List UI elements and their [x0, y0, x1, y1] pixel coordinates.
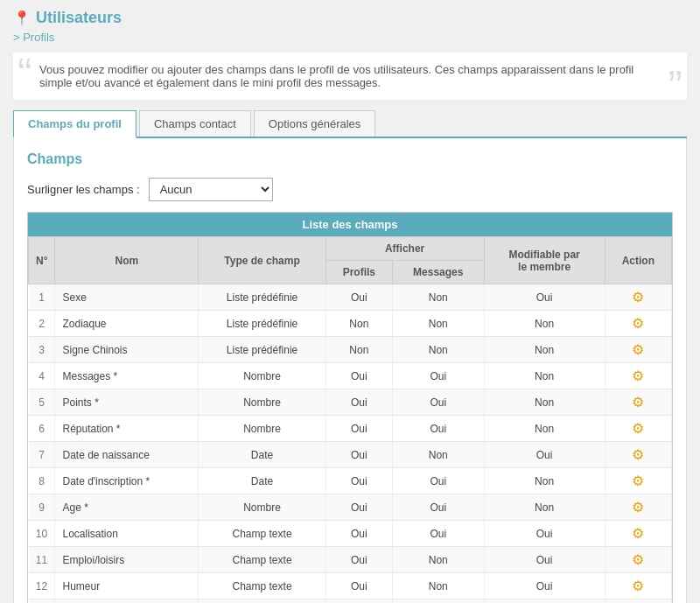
cell-action[interactable]: ⚙: [605, 311, 671, 337]
cell-action[interactable]: ⚙: [605, 284, 671, 311]
table-row: 10 Localisation Champ texte Oui Oui Oui …: [29, 521, 672, 547]
page-title: Utilisateurs: [36, 9, 122, 27]
table-row: 7 Date de naissance Date Oui Non Oui ⚙: [29, 442, 672, 468]
table-header-bar: Liste des champs: [28, 213, 672, 236]
cell-profils: Oui: [326, 284, 392, 311]
gear-icon[interactable]: ⚙: [632, 395, 644, 410]
cell-modifiable: Oui: [484, 521, 605, 547]
cell-nom: Emploi/loisirs: [55, 547, 199, 573]
col-nom: Nom: [55, 237, 199, 284]
highlight-select[interactable]: Aucun Champs spéciaux Tous: [149, 178, 273, 201]
cell-nom: Signe Chinois: [55, 337, 199, 363]
cell-action[interactable]: ⚙: [605, 416, 671, 442]
table-row: 1 Sexe Liste prédéfinie Oui Non Oui ⚙: [29, 284, 672, 311]
gear-icon[interactable]: ⚙: [632, 316, 644, 331]
cell-num: 6: [29, 416, 55, 442]
cell-profils: Oui: [326, 389, 392, 416]
gear-icon[interactable]: ⚙: [632, 421, 644, 436]
cell-num: 4: [29, 363, 55, 389]
cell-type: Nombre: [199, 494, 326, 521]
cell-messages: Non: [393, 599, 484, 604]
info-box: Vous pouvez modifier ou ajouter des cham…: [13, 53, 687, 100]
highlight-row: Surligner les champs : Aucun Champs spéc…: [27, 178, 673, 201]
cell-messages: Non: [393, 442, 484, 468]
cell-messages: Non: [393, 337, 484, 363]
col-num: N°: [29, 237, 55, 284]
cell-action[interactable]: ⚙: [605, 468, 671, 494]
tab-champs-contact[interactable]: Champs contact: [139, 110, 251, 137]
gear-icon[interactable]: ⚙: [632, 578, 644, 593]
cell-modifiable: Non: [484, 468, 605, 494]
tab-options-generales[interactable]: Options générales: [254, 110, 376, 137]
table-row: 13 Commentaires Zone de texte Oui Non No…: [29, 599, 672, 604]
info-text: Vous pouvez modifier ou ajouter des cham…: [39, 63, 634, 89]
cell-num: 10: [29, 521, 55, 547]
cell-num: 7: [29, 442, 55, 468]
gear-icon[interactable]: ⚙: [632, 290, 644, 305]
gear-icon[interactable]: ⚙: [632, 447, 644, 462]
cell-profils: Oui: [326, 573, 392, 599]
breadcrumb-profils[interactable]: > Profils: [13, 31, 54, 44]
table-row: 2 Zodiaque Liste prédéfinie Non Non Non …: [29, 311, 672, 337]
cell-action[interactable]: ⚙: [605, 599, 671, 604]
cell-action[interactable]: ⚙: [605, 363, 671, 389]
cell-type: Liste prédéfinie: [199, 311, 326, 337]
cell-modifiable: Oui: [484, 284, 605, 311]
fields-table: N° Nom Type de champ Afficher Modifiable…: [28, 236, 672, 603]
cell-type: Champ texte: [199, 547, 326, 573]
cell-modifiable: Non: [484, 337, 605, 363]
cell-nom: Date d'inscription *: [55, 468, 199, 494]
cell-action[interactable]: ⚙: [605, 337, 671, 363]
cell-messages: Non: [393, 547, 484, 573]
cell-num: 12: [29, 573, 55, 599]
cell-modifiable: Non: [484, 416, 605, 442]
table-row: 8 Date d'inscription * Date Oui Oui Non …: [29, 468, 672, 494]
cell-num: 13: [29, 599, 55, 604]
cell-modifiable: Non: [484, 599, 605, 604]
table-row: 4 Messages * Nombre Oui Oui Non ⚙: [29, 363, 672, 389]
cell-type: Date: [199, 468, 326, 494]
table-row: 9 Age * Nombre Oui Oui Non ⚙: [29, 494, 672, 521]
cell-num: 8: [29, 468, 55, 494]
cell-action[interactable]: ⚙: [605, 494, 671, 521]
cell-num: 1: [29, 284, 55, 311]
cell-nom: Sexe: [55, 284, 199, 311]
cell-messages: Oui: [393, 521, 484, 547]
cell-nom: Réputation *: [55, 416, 199, 442]
cell-type: Zone de texte: [199, 599, 326, 604]
tab-champs-profil[interactable]: Champs du profil: [13, 110, 136, 138]
cell-action[interactable]: ⚙: [605, 389, 671, 416]
cell-nom: Date de naissance: [55, 442, 199, 468]
gear-icon[interactable]: ⚙: [632, 500, 644, 515]
cell-modifiable: Oui: [484, 573, 605, 599]
cell-action[interactable]: ⚙: [605, 547, 671, 573]
cell-modifiable: Non: [484, 389, 605, 416]
gear-icon[interactable]: ⚙: [632, 342, 644, 357]
cell-num: 11: [29, 547, 55, 573]
cell-profils: Oui: [326, 468, 392, 494]
cell-profils: Oui: [326, 363, 392, 389]
cell-messages: Non: [393, 284, 484, 311]
table-row: 11 Emploi/loisirs Champ texte Oui Non Ou…: [29, 547, 672, 573]
cell-messages: Oui: [393, 389, 484, 416]
cell-type: Liste prédéfinie: [199, 337, 326, 363]
cell-messages: Oui: [393, 363, 484, 389]
cell-num: 3: [29, 337, 55, 363]
cell-nom: Age *: [55, 494, 199, 521]
cell-action[interactable]: ⚙: [605, 442, 671, 468]
gear-icon[interactable]: ⚙: [632, 526, 644, 541]
cell-nom: Commentaires: [55, 599, 199, 604]
cell-type: Nombre: [199, 416, 326, 442]
cell-messages: Oui: [393, 468, 484, 494]
gear-icon[interactable]: ⚙: [632, 552, 644, 567]
cell-action[interactable]: ⚙: [605, 521, 671, 547]
gear-icon[interactable]: ⚙: [632, 473, 644, 488]
cell-nom: Humeur: [55, 573, 199, 599]
cell-nom: Messages *: [55, 363, 199, 389]
col-type: Type de champ: [199, 237, 326, 284]
table-row: 6 Réputation * Nombre Oui Oui Non ⚙: [29, 416, 672, 442]
cell-type: Champ texte: [199, 573, 326, 599]
cell-action[interactable]: ⚙: [605, 573, 671, 599]
cell-type: Champ texte: [199, 521, 326, 547]
gear-icon[interactable]: ⚙: [632, 368, 644, 383]
